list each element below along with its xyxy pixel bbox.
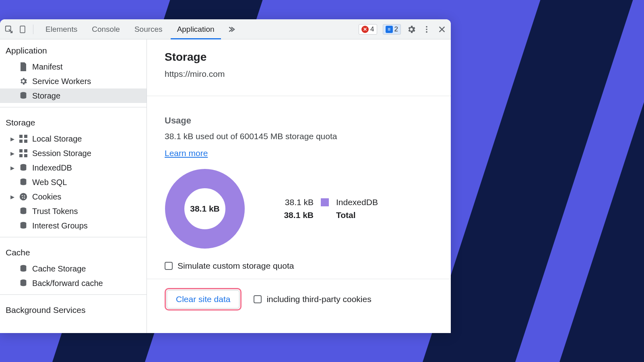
sidebar-item-storage[interactable]: Storage xyxy=(0,88,147,103)
file-icon xyxy=(19,62,28,72)
usage-chart-row: 38.1 kB 38.1 kB IndexedDB 38.1 kB Total xyxy=(165,169,433,249)
svg-rect-1 xyxy=(20,26,25,33)
tabbar-left-controls xyxy=(4,25,33,34)
usage-text: 38.1 kB used out of 600145 MB storage qu… xyxy=(165,132,433,141)
inspect-element-icon[interactable] xyxy=(4,25,14,34)
sidebar-divider xyxy=(0,237,147,237)
sidebar-item-label: Cache Storage xyxy=(32,264,86,274)
third-party-checkbox[interactable] xyxy=(254,295,262,303)
database-icon xyxy=(19,264,28,274)
gear-icon xyxy=(19,76,28,86)
legend-row-indexeddb: 38.1 kB IndexedDB xyxy=(281,196,378,209)
origin-url: https://miro.com xyxy=(165,69,433,79)
devtools-tabbar: Elements Console Sources Application ✕ 4… xyxy=(0,19,451,39)
caret-icon: ▶ xyxy=(10,136,14,142)
sidebar-item-cache-storage[interactable]: Cache Storage xyxy=(0,261,147,276)
sidebar-item-service-workers[interactable]: Service Workers xyxy=(0,74,147,88)
caret-icon: ▶ xyxy=(10,150,14,156)
svg-rect-9 xyxy=(19,135,23,138)
sidebar-item-indexeddb[interactable]: ▶ IndexedDB xyxy=(0,160,147,175)
cookie-icon xyxy=(19,192,28,202)
simulate-quota-row: Simulate custom storage quota xyxy=(165,261,433,271)
svg-point-23 xyxy=(24,197,25,199)
simulate-quota-checkbox[interactable] xyxy=(165,262,173,270)
database-icon xyxy=(19,206,28,216)
storage-footer: Clear site data including third-party co… xyxy=(147,279,451,319)
tab-elements[interactable]: Elements xyxy=(39,19,84,39)
sidebar-item-label: Session Storage xyxy=(32,149,91,158)
sidebar-item-cookies[interactable]: ▶ Cookies xyxy=(0,189,147,204)
third-party-row: including third-party cookies xyxy=(254,294,371,304)
caret-icon: ▶ xyxy=(10,194,14,200)
third-party-label: including third-party cookies xyxy=(266,294,371,304)
grid-icon xyxy=(19,148,28,158)
clear-site-data-button[interactable]: Clear site data xyxy=(167,290,239,309)
svg-point-21 xyxy=(24,195,25,197)
sidebar-item-trust-tokens[interactable]: Trust Tokens xyxy=(0,204,147,218)
sidebar-item-bfcache[interactable]: Back/forward cache xyxy=(0,276,147,290)
devtools-body: Application Manifest Service Workers Sto… xyxy=(0,39,451,333)
grid-icon xyxy=(19,134,28,144)
database-icon xyxy=(19,278,28,288)
svg-rect-10 xyxy=(24,135,27,138)
svg-point-19 xyxy=(20,193,27,200)
caret-icon: ▶ xyxy=(10,165,14,171)
issues-count: 2 xyxy=(394,25,398,33)
tab-sources[interactable]: Sources xyxy=(128,19,169,39)
legend-label: IndexedDB xyxy=(336,197,378,207)
sidebar-item-label: IndexedDB xyxy=(32,163,72,173)
learn-more-link[interactable]: Learn more xyxy=(165,148,208,158)
svg-rect-15 xyxy=(19,154,23,157)
tabs-list: Elements Console Sources Application xyxy=(39,19,235,39)
svg-point-20 xyxy=(22,195,23,196)
sidebar-item-session-storage[interactable]: ▶ Session Storage xyxy=(0,146,147,160)
storage-panel: Storage https://miro.com Usage 38.1 kB u… xyxy=(147,39,451,333)
issue-icon: ≡ xyxy=(386,26,393,33)
more-tabs-icon[interactable] xyxy=(226,25,235,34)
usage-legend: 38.1 kB IndexedDB 38.1 kB Total xyxy=(281,196,378,222)
database-icon xyxy=(19,91,28,101)
errors-count: 4 xyxy=(370,25,374,33)
sidebar-item-label: Web SQL xyxy=(32,178,67,187)
simulate-quota-label: Simulate custom storage quota xyxy=(178,261,294,271)
svg-point-3 xyxy=(426,26,427,27)
usage-section-title: Usage xyxy=(165,115,433,126)
legend-total-label: Total xyxy=(336,210,356,220)
svg-rect-16 xyxy=(24,154,27,157)
clear-site-data-highlight: Clear site data xyxy=(165,288,242,311)
svg-rect-12 xyxy=(24,140,27,143)
settings-icon[interactable] xyxy=(407,25,416,34)
sidebar-divider xyxy=(0,294,147,295)
sidebar-item-interest-groups[interactable]: Interest Groups xyxy=(0,218,147,233)
legend-row-total: 38.1 kB Total xyxy=(281,209,378,222)
legend-swatch xyxy=(321,198,329,206)
errors-badge[interactable]: ✕ 4 xyxy=(359,24,377,35)
issues-badge[interactable]: ≡ 2 xyxy=(383,24,401,35)
tab-console[interactable]: Console xyxy=(85,19,126,39)
sidebar-item-manifest[interactable]: Manifest xyxy=(0,60,147,74)
sidebar-item-label: Cookies xyxy=(32,192,61,202)
devtools-window: Elements Console Sources Application ✕ 4… xyxy=(0,19,451,333)
kebab-menu-icon[interactable] xyxy=(422,25,431,34)
panel-title: Storage xyxy=(165,51,433,64)
close-icon[interactable] xyxy=(437,25,447,34)
svg-point-4 xyxy=(426,29,427,30)
legend-total-value: 38.1 kB xyxy=(281,210,314,220)
sidebar-divider xyxy=(0,107,147,107)
tab-application[interactable]: Application xyxy=(171,19,221,39)
sidebar-item-label: Manifest xyxy=(32,62,63,72)
sidebar-item-label: Service Workers xyxy=(32,77,91,86)
sidebar-group-storage: Storage xyxy=(0,111,147,132)
sidebar-item-label: Trust Tokens xyxy=(32,207,78,216)
database-icon xyxy=(19,221,28,230)
sidebar-item-label: Local Storage xyxy=(32,134,82,144)
sidebar-item-label: Storage xyxy=(32,91,60,101)
sidebar-item-web-sql[interactable]: Web SQL xyxy=(0,175,147,189)
svg-point-5 xyxy=(426,31,427,33)
sidebar-item-local-storage[interactable]: ▶ Local Storage xyxy=(0,132,147,146)
donut-center-value: 38.1 kB xyxy=(165,169,245,249)
svg-point-22 xyxy=(22,197,23,198)
application-sidebar: Application Manifest Service Workers Sto… xyxy=(0,39,147,333)
error-icon: ✕ xyxy=(361,26,369,33)
device-toolbar-icon[interactable] xyxy=(18,25,27,34)
